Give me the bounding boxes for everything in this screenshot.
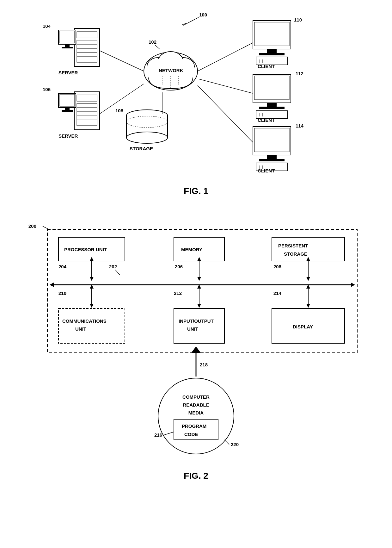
svg-rect-50 [267, 103, 277, 107]
fig1-main-ref: 100 [199, 12, 207, 17]
client2 [253, 74, 291, 119]
page: 100 NETWORK [0, 0, 392, 548]
svg-point-39 [126, 132, 168, 143]
storage-label: STORAGE [130, 146, 153, 151]
svg-line-67 [198, 85, 253, 142]
svg-rect-20 [58, 30, 76, 44]
crm-ref: 220 [231, 442, 239, 447]
crm-label1: COMPUTER [182, 394, 210, 400]
network-cloud: NETWORK [144, 52, 198, 90]
client1-ref: 110 [294, 17, 302, 22]
network-ref: 102 [149, 39, 156, 45]
server2-ref: 106 [43, 87, 51, 92]
client3 [253, 127, 291, 171]
svg-line-65 [198, 43, 253, 71]
storage-ref: 108 [115, 108, 123, 113]
bus-ref: 202 [109, 264, 117, 269]
svg-rect-24 [74, 92, 100, 130]
svg-line-66 [199, 79, 253, 93]
svg-rect-57 [267, 155, 277, 159]
crm-label3: MEDIA [188, 410, 204, 415]
io-box [174, 308, 224, 343]
svg-rect-43 [267, 49, 277, 53]
memory-label: MEMORY [181, 247, 202, 252]
comms-label2: UNIT [75, 326, 86, 332]
comms-ref: 210 [58, 290, 66, 296]
svg-rect-51 [259, 107, 285, 109]
svg-rect-58 [259, 159, 285, 161]
program-ref: 216 [154, 432, 162, 438]
fig2-main-ref: 200 [28, 223, 36, 229]
arrow-ref: 218 [200, 362, 208, 367]
fig1-caption: FIG. 1 [184, 186, 208, 196]
client1 [253, 21, 291, 65]
storage [126, 110, 168, 143]
persistent-ref: 208 [273, 264, 281, 269]
svg-rect-34 [62, 110, 73, 112]
client3-label: CLIENT [258, 168, 275, 173]
server1-label: SERVER [58, 70, 78, 75]
comms-box [58, 308, 125, 343]
fig1-diagram: 100 NETWORK [22, 9, 370, 180]
svg-rect-13 [74, 28, 100, 66]
io-label1: INPUT/OUTPUT [179, 318, 214, 324]
persistent-label2: STORAGE [284, 251, 307, 257]
processor-ref: 204 [58, 264, 67, 269]
svg-rect-33 [65, 108, 70, 110]
svg-line-68 [43, 226, 49, 229]
crm-circle [158, 378, 234, 454]
crm-label2: READABLE [183, 402, 209, 408]
fig2-caption: FIG. 2 [184, 471, 208, 481]
server1 [58, 28, 100, 66]
svg-rect-55 [253, 127, 291, 155]
svg-rect-31 [58, 93, 76, 108]
io-label2: UNIT [187, 326, 198, 332]
svg-line-0 [183, 17, 199, 25]
display-ref: 214 [273, 290, 282, 296]
processor-label: PROCESSOR UNIT [64, 247, 107, 252]
display-label: DISPLAY [293, 324, 313, 329]
server1-ref: 104 [43, 23, 51, 29]
svg-rect-48 [253, 74, 291, 103]
svg-line-93 [224, 440, 229, 445]
memory-ref: 206 [175, 264, 183, 269]
io-ref: 212 [174, 290, 182, 296]
client2-ref: 112 [296, 71, 303, 76]
comms-label1: COMMUNICATIONS [62, 318, 107, 324]
program-label2: CODE [184, 432, 198, 437]
server2 [58, 92, 100, 130]
svg-rect-23 [62, 47, 73, 48]
client3-ref: 114 [296, 123, 304, 128]
client2-label: CLIENT [258, 117, 275, 123]
persistent-label1: PERSISTENT [278, 243, 308, 248]
svg-rect-44 [259, 53, 285, 55]
program-label1: PROGRAM [182, 423, 206, 429]
server2-label: SERVER [58, 133, 78, 139]
svg-line-62 [100, 51, 144, 71]
svg-text:NETWORK: NETWORK [159, 68, 183, 73]
client1-label: CLIENT [258, 64, 275, 69]
svg-rect-22 [65, 44, 70, 47]
svg-line-12 [155, 45, 160, 49]
fig2-diagram: 200 PROCESSOR UNIT MEMORY PERSISTENT STO… [22, 209, 370, 468]
svg-rect-41 [253, 21, 291, 49]
